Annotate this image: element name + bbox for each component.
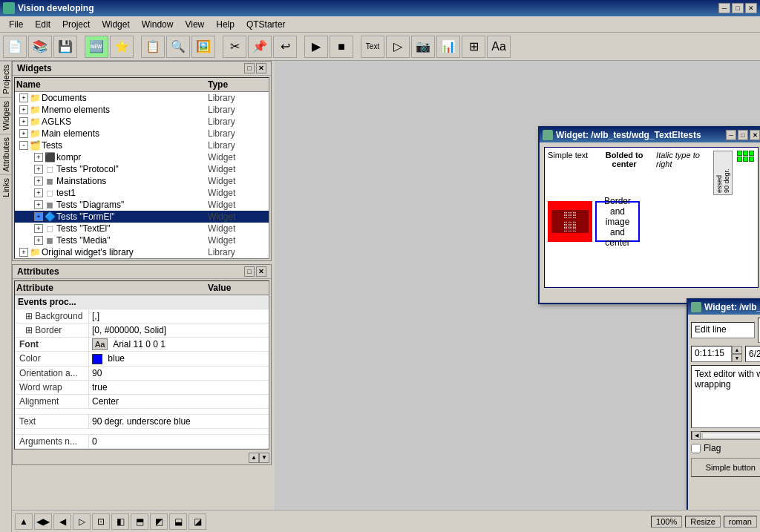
tb-paste-button[interactable]: 📌 [248,36,272,58]
attributes-tab[interactable]: Attributes [0,134,11,174]
menu-file[interactable]: File [3,18,29,31]
flag-checkbox[interactable] [691,444,701,453]
bt-btn5[interactable]: ⊡ [92,513,110,530]
tb-photo-button[interactable]: 📷 [411,36,435,58]
tree-item-kompr[interactable]: + ⬛ kompr Widget [15,151,269,163]
expand-documents[interactable]: + [19,93,28,102]
attr-row-border[interactable]: ⊞ Border [0, #000000, Solid] [15,324,269,338]
maximize-button[interactable]: □ [732,3,744,13]
bt-btn2[interactable]: ◀▶ [34,513,52,530]
tree-item-mainstations[interactable]: + ◼ Mainstations Widget [15,175,269,187]
tb-lib-button[interactable]: 📚 [28,36,52,58]
menu-view[interactable]: View [179,18,210,31]
expand-protocol[interactable]: + [34,165,43,174]
menu-widget[interactable]: Widget [96,18,135,31]
bt-btn8[interactable]: ◩ [150,513,168,530]
widget1-maximize[interactable]: □ [738,130,748,140]
tb-save-button[interactable]: 💾 [53,36,77,58]
time-spin-down[interactable]: ▼ [732,354,742,362]
attr-row-text[interactable]: Text 90 degr. underscore blue [15,415,269,429]
attr-row-font[interactable]: Font Aa Arial 11 0 0 1 [15,338,269,352]
text-editor-wrap[interactable]: Text editor with words wrapping [691,365,760,428]
attrs-panel-close[interactable]: ✕ [256,266,266,277]
tree-item-documents[interactable]: + 📁 Documents Library [15,92,269,104]
tb-text-button[interactable]: Text [361,36,384,58]
date-combo[interactable]: 6/24/07 ▼ [745,346,760,362]
attrs-scroll-up[interactable]: ▲ [249,453,259,463]
expand-aglks[interactable]: + [19,117,28,126]
scrollbar-wrap[interactable]: ◀ ▶ [691,431,760,440]
close-button[interactable]: ✕ [745,3,757,13]
expand-diagrams[interactable]: + [34,200,43,209]
bt-btn4[interactable]: ▷ [73,513,91,530]
bt-btn3[interactable]: ◀ [53,513,71,530]
bt-btn1[interactable]: ▲ [15,513,33,530]
tb-image-button[interactable]: 🖼️ [191,36,215,58]
menu-project[interactable]: Project [56,18,96,31]
attr-row-background[interactable]: ⊞ Background [,] [15,309,269,324]
attr-row-color[interactable]: Color blue [15,352,269,367]
widgets-panel-pin[interactable]: □ [244,63,255,73]
minimize-button[interactable]: ─ [718,3,730,13]
expand-kompr[interactable]: + [34,153,43,162]
tb-format-button[interactable]: Aa [487,36,511,58]
attr-row-wordwrap[interactable]: Word wrap true [15,381,269,395]
attr-row-args[interactable]: Arguments n... 0 [15,435,269,449]
tb-find-button[interactable]: 🔍 [166,36,190,58]
widget1-minimize[interactable]: ─ [726,130,736,140]
bt-btn7[interactable]: ⬒ [131,513,148,530]
menu-edit[interactable]: Edit [29,18,56,31]
projects-tab[interactable]: Projects [0,61,11,97]
tree-item-aglks[interactable]: + 📁 AGLKS Library [15,116,269,128]
links-tab[interactable]: Links [0,174,11,200]
time-value[interactable]: 0:11:15 [691,346,732,362]
attrs-panel-pin[interactable]: □ [244,266,255,277]
attrs-scroll-down[interactable]: ▼ [259,453,269,463]
tree-item-media[interactable]: + ◼ Tests "Media" Widget [15,234,269,246]
tb-play-button[interactable]: ▷ [386,36,410,58]
menu-window[interactable]: Window [136,18,180,31]
bt-btn9[interactable]: ⬓ [169,513,187,530]
simple-button[interactable]: Simple button [691,458,760,477]
expand-textel[interactable]: + [34,224,43,233]
tb-cut-button[interactable]: ✂ [223,36,246,58]
widgets-tab[interactable]: Widgets [0,97,11,134]
tree-item-formel[interactable]: + 🔷 Tests "FormEl" Widget [15,211,269,223]
tree-item-protocol[interactable]: + ◻ Tests "Protocol" Widget [15,163,269,175]
tree-item-test1[interactable]: + ◻ test1 Widget [15,187,269,199]
tb-chart-button[interactable]: 📊 [436,36,460,58]
expand-test1[interactable]: + [34,188,43,197]
expand-mnemo[interactable]: + [19,105,28,114]
tb-open-button[interactable]: 📄 [3,36,27,58]
tree-item-mnemo[interactable]: + 📁 Mnemo elements Library [15,104,269,116]
time-spin-up[interactable]: ▲ [732,346,742,354]
expand-formel[interactable]: + [34,212,43,221]
bt-btn10[interactable]: ◪ [189,513,206,530]
widget1-close[interactable]: ✕ [750,130,760,140]
tb-star-button[interactable]: ⭐ [110,36,134,58]
tree-item-original[interactable]: + 📁 Original widget's library Library [15,246,269,258]
tb-run-button[interactable]: ▶ [304,36,328,58]
expand-original[interactable]: + [19,248,28,257]
tree-item-main-elements[interactable]: + 📁 Main elements Library [15,128,269,139]
tb-table-button[interactable]: ⊞ [462,36,485,58]
expand-main[interactable]: + [19,129,28,138]
attr-row-alignment[interactable]: Alignment Center [15,395,269,409]
attr-row-orientation[interactable]: Orientation a... 90 [15,367,269,381]
bt-btn6[interactable]: ◧ [111,513,129,530]
scroll-left1[interactable]: ◀ [692,431,701,440]
widgets-panel-close[interactable]: ✕ [256,63,266,73]
menu-help[interactable]: Help [210,18,240,31]
expand-media[interactable]: + [34,236,43,245]
tb-new-button[interactable]: 🆕 [85,36,108,58]
tb-undo-button[interactable]: ↩ [273,36,297,58]
menu-qtstarter[interactable]: QTStarter [240,18,292,31]
tb-stop-button[interactable]: ■ [330,36,353,58]
edit-line-input[interactable]: Edit line [691,322,755,338]
tree-item-tests[interactable]: - 🗂️ Tests Library [15,139,269,151]
expand-tests[interactable]: - [19,141,28,150]
tree-item-textel[interactable]: + ◻ Tests "TextEl" Widget [15,223,269,234]
expand-mainstations[interactable]: + [34,177,43,185]
tree-item-diagrams[interactable]: + ◼ Tests "Diagrams" Widget [15,199,269,211]
tb-copy-button[interactable]: 📋 [141,36,165,58]
